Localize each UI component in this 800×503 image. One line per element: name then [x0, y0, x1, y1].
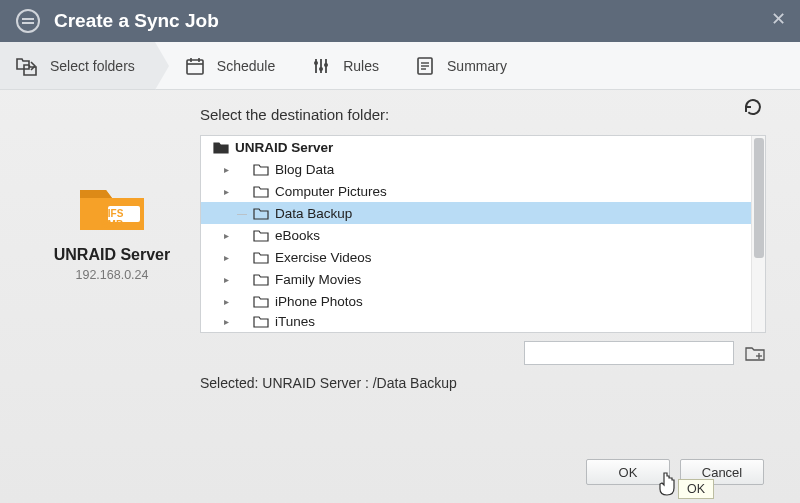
summary-icon — [415, 56, 435, 76]
close-button[interactable]: ✕ — [771, 10, 786, 28]
tree-item[interactable]: ▸Family Movies — [201, 268, 751, 290]
tree-item[interactable]: ▸eBooks — [201, 224, 751, 246]
step-select-folders[interactable]: Select folders — [0, 42, 155, 89]
selected-path-label: Selected: UNRAID Server : /Data Backup — [200, 375, 766, 391]
tree-item[interactable]: ▸Computer Pictures — [201, 180, 751, 202]
svg-rect-0 — [187, 60, 203, 74]
cancel-button[interactable]: Cancel — [680, 459, 764, 485]
sync-icon — [16, 9, 40, 33]
path-input[interactable] — [524, 341, 734, 365]
step-schedule[interactable]: Schedule — [169, 42, 295, 89]
ok-button[interactable]: OK — [586, 459, 670, 485]
tree-item[interactable]: ▸Exercise Videos — [201, 246, 751, 268]
tree-item[interactable]: ▸iPhone Photos — [201, 290, 751, 312]
refresh-button[interactable] — [742, 96, 764, 122]
step-label: Select folders — [50, 58, 135, 74]
tree-root[interactable]: UNRAID Server — [201, 136, 751, 158]
folder-tree[interactable]: UNRAID Server▸Blog Data▸Computer Picture… — [200, 135, 766, 333]
calendar-icon — [185, 56, 205, 76]
step-label: Rules — [343, 58, 379, 74]
window-title: Create a Sync Job — [54, 10, 219, 32]
server-ip: 192.168.0.24 — [44, 268, 180, 282]
svg-point-8 — [319, 67, 323, 71]
scrollbar-thumb[interactable] — [754, 138, 764, 258]
tree-item[interactable]: ▸iTunes — [201, 312, 751, 330]
prompt-label: Select the destination folder: — [200, 106, 766, 123]
svg-point-7 — [314, 61, 318, 65]
tree-item[interactable]: —Data Backup — [201, 202, 751, 224]
svg-point-9 — [324, 63, 328, 67]
scrollbar[interactable] — [751, 136, 765, 332]
rules-icon — [311, 56, 331, 76]
step-rules[interactable]: Rules — [295, 42, 399, 89]
step-summary[interactable]: Summary — [399, 42, 527, 89]
step-label: Schedule — [217, 58, 275, 74]
server-name: UNRAID Server — [44, 246, 180, 264]
select-folders-icon — [16, 56, 38, 76]
new-folder-button[interactable] — [744, 342, 766, 364]
step-label: Summary — [447, 58, 507, 74]
tree-item[interactable]: ▸Blog Data — [201, 158, 751, 180]
